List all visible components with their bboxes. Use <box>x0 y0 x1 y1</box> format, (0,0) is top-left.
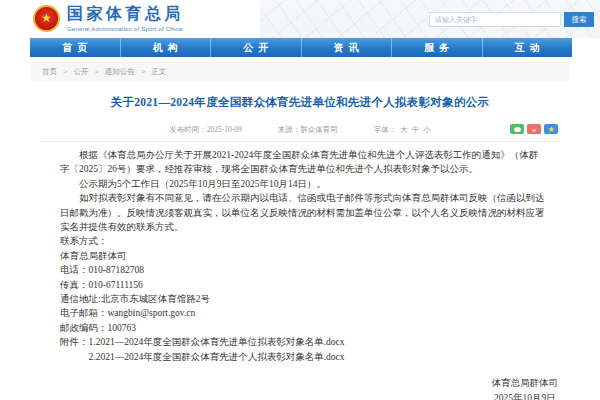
breadcrumb-notices[interactable]: 通知公告 <box>105 67 135 77</box>
attachment-link-2[interactable]: 2.2021—2024年度全国群众体育先进个人拟表彰对象名单.docx <box>89 350 345 364</box>
article-source: 来源：群众体育司 <box>278 125 338 135</box>
search-bar: 搜索 <box>429 12 594 27</box>
font-size-label: 字体： <box>374 125 397 135</box>
contact-postcode: 邮政编码：100763 <box>60 321 545 335</box>
site-name-english: General Administration of Sport of China <box>67 26 184 32</box>
breadcrumb-separator: > <box>94 67 98 76</box>
article-body: 根据《体育总局办公厅关于开展2021-2024年度全国群众体育先进单位和先进个人… <box>30 148 570 364</box>
weibo-share-icon[interactable]: w <box>527 124 541 134</box>
site-header: ★ 国家体育总局 General Administration of Sport… <box>0 0 600 38</box>
contact-fax: 传真：010-67111156 <box>60 278 545 292</box>
article-meta: 发布时间：2025-10-09 来源：群众体育司 字体： 大 中 小 w ★ <box>40 122 560 142</box>
nav-item-interact[interactable]: 互动 <box>482 38 573 57</box>
breadcrumb-public[interactable]: 公开 <box>73 67 88 77</box>
article-title: 关于2021—2024年度全国群众体育先进单位和先进个人拟表彰对象的公示 <box>30 95 570 110</box>
search-button[interactable]: 搜索 <box>564 12 594 27</box>
font-size-medium[interactable]: 中 <box>412 125 420 135</box>
breadcrumb-separator: > <box>141 67 145 76</box>
share-buttons: w ★ <box>510 124 558 134</box>
nav-item-home[interactable]: 首页 <box>30 38 120 57</box>
contact-phone: 电话：010-87182708 <box>60 263 545 277</box>
nav-item-news[interactable]: 资讯 <box>301 38 392 57</box>
breadcrumb-separator: > <box>63 67 67 76</box>
main-nav: 首页 机构 公开 资讯 服务 互动 <box>30 38 572 57</box>
attachment-link-1[interactable]: 1.2021—2024年度全国群众体育先进单位拟表彰对象名单.docx <box>89 335 345 349</box>
breadcrumb-current: 正文 <box>151 67 166 77</box>
national-emblem-icon: ★ <box>33 5 60 32</box>
nav-item-services[interactable]: 服务 <box>391 38 482 57</box>
favorite-star-icon[interactable]: ★ <box>544 124 558 134</box>
wechat-share-icon[interactable] <box>510 124 524 134</box>
breadcrumb: 首页 > 公开 > 通知公告 > 正文 <box>30 62 570 81</box>
paragraph: 公示期为5个工作日（2025年10月9日至2025年10月14日）。 <box>60 177 545 191</box>
contact-unit: 体育总局群体司 <box>60 249 545 263</box>
page: ★ 国家体育总局 General Administration of Sport… <box>0 0 600 400</box>
paragraph: 根据《体育总局办公厅关于开展2021-2024年度全国群众体育先进单位和先进个人… <box>60 148 545 177</box>
breadcrumb-home[interactable]: 首页 <box>42 67 57 77</box>
contact-address: 通信地址:北京市东城区体育馆路2号 <box>60 292 545 306</box>
font-size-small[interactable]: 小 <box>423 125 431 135</box>
attachments: 附件： 1.2021—2024年度全国群众体育先进单位拟表彰对象名单.docx … <box>60 335 545 364</box>
signature-date: 2025年10月9日 <box>492 391 559 400</box>
nav-item-agencies[interactable]: 机构 <box>120 38 211 57</box>
attachments-label: 附件： <box>60 335 89 364</box>
signature-block: 体育总局群体司 2025年10月9日 <box>492 376 559 400</box>
publish-date: 发布时间：2025-10-09 <box>169 125 242 135</box>
article: 关于2021—2024年度全国群众体育先进单位和先进个人拟表彰对象的公示 发布时… <box>30 81 570 400</box>
site-logo[interactable]: ★ 国家体育总局 General Administration of Sport… <box>33 4 184 32</box>
nav-item-public[interactable]: 公开 <box>210 38 301 57</box>
font-size-large[interactable]: 大 <box>400 125 408 135</box>
contact-email: 电子邮箱：wangbin@sport.gov.cn <box>60 306 545 320</box>
font-size-controls: 字体： 大 中 小 <box>374 125 431 135</box>
site-name: 国家体育总局 <box>67 4 184 25</box>
search-input[interactable] <box>429 12 561 27</box>
signature-unit: 体育总局群体司 <box>492 376 559 391</box>
contact-heading: 联系方式： <box>60 234 545 248</box>
paragraph: 如对拟表彰对象有不同意见，请在公示期内以电话、信函或电子邮件等形式向体育总局群体… <box>60 191 545 234</box>
